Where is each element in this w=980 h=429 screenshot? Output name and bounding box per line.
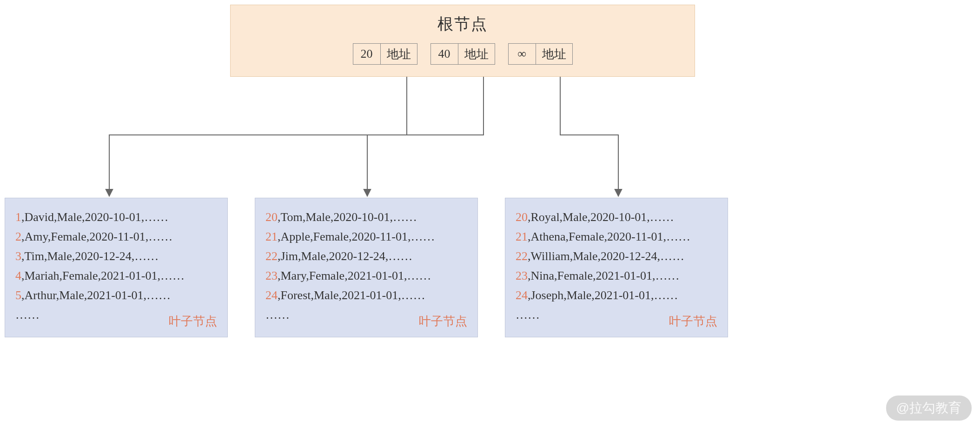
entry-addr-label: 地址 xyxy=(536,44,572,64)
leaf-row: 20,Tom,Male,2020-10-01,…… xyxy=(265,208,467,227)
leaf-node-1: 20,Tom,Male,2020-10-01,…… 21,Apple,Femal… xyxy=(255,198,478,337)
entry-key: ∞ xyxy=(509,44,536,64)
leaf-row: 23,Nina,Female,2021-01-01,…… xyxy=(516,266,717,286)
root-node: 根节点 20 地址 40 地址 ∞ 地址 xyxy=(230,5,695,77)
leaf-row: 21,Apple,Female,2020-11-01,…… xyxy=(265,227,467,247)
leaf-label: 叶子节点 xyxy=(669,313,717,329)
leaf-row: 1,David,Male,2020-10-01,…… xyxy=(15,208,217,227)
entry-key: 40 xyxy=(431,44,458,64)
root-title: 根节点 xyxy=(231,13,695,35)
root-entry-2: ∞ 地址 xyxy=(508,43,573,65)
watermark-badge: @拉勾教育 xyxy=(886,395,972,421)
entry-addr-label: 地址 xyxy=(458,44,495,64)
leaf-label: 叶子节点 xyxy=(169,313,217,329)
leaf-row: 4,Mariah,Female,2021-01-01,…… xyxy=(15,266,217,286)
leaf-row: 21,Athena,Female,2020-11-01,…… xyxy=(516,227,717,247)
leaf-row: 2,Amy,Female,2020-11-01,…… xyxy=(15,227,217,247)
leaf-row: 24,Forest,Male,2021-01-01,…… xyxy=(265,286,467,305)
root-entry-0: 20 地址 xyxy=(353,43,417,65)
leaf-row: 20,Royal,Male,2020-10-01,…… xyxy=(516,208,717,227)
leaf-node-2: 20,Royal,Male,2020-10-01,…… 21,Athena,Fe… xyxy=(505,198,728,337)
leaf-row: 3,Tim,Male,2020-12-24,…… xyxy=(15,247,217,266)
leaf-row: 22,Jim,Male,2020-12-24,…… xyxy=(265,247,467,266)
leaf-node-0: 1,David,Male,2020-10-01,…… 2,Amy,Female,… xyxy=(5,198,228,337)
leaf-row: 22,William,Male,2020-12-24,…… xyxy=(516,247,717,266)
leaf-label: 叶子节点 xyxy=(419,313,467,329)
entry-addr-label: 地址 xyxy=(381,44,417,64)
leaf-row: 24,Joseph,Male,2021-01-01,…… xyxy=(516,286,717,305)
root-entry-1: 40 地址 xyxy=(430,43,495,65)
leaf-row: 23,Mary,Female,2021-01-01,…… xyxy=(265,266,467,286)
entry-key: 20 xyxy=(353,44,381,64)
leaf-row: 5,Arthur,Male,2021-01-01,…… xyxy=(15,286,217,305)
root-entries: 20 地址 40 地址 ∞ 地址 xyxy=(231,43,695,65)
